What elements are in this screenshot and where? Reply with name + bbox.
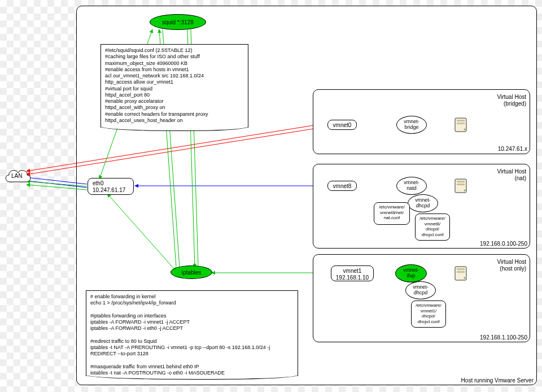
svg-point-27 (464, 190, 466, 191)
nat-server-icon (452, 177, 470, 195)
vmnet1-label-l2: 192.168.1.10 (335, 275, 370, 281)
nat-dhcpconf-note: /etc/vmware/ vmnet8/ dhcpd/ dhcpd.conf (415, 214, 450, 241)
nat-title: Virtual Host (nat) (495, 168, 526, 181)
vmnet-bridge-label: vmnet- bridge (404, 119, 419, 130)
lan-label: LAN (11, 173, 22, 180)
vmnet8-node: vmnet8 (327, 181, 357, 191)
squid-conf-note: #/etc/squid/squid.conf (2.5STABLE 12) #c… (100, 44, 248, 128)
vmnet-natd-node: vmnet- natd (396, 177, 427, 195)
svg-rect-26 (457, 184, 465, 185)
iptables-label: iptables (182, 269, 201, 276)
vmnet0-node: vmnet0 (327, 120, 357, 130)
squid-label: squid *:3128 (162, 19, 194, 25)
bridged-title-l2: (bridged) (495, 101, 526, 107)
diagram-stage: Host running Vmware Server LAN et (0, 0, 542, 392)
hostonly-server-icon (452, 264, 470, 282)
bridged-title-l1: Virtual Host (495, 94, 526, 101)
vmnet-ifup-node: vmnet- ifup (395, 264, 427, 282)
svg-rect-21 (457, 120, 465, 121)
svg-rect-30 (457, 271, 465, 273)
vmnet1-node: vmnet1 192.168.1.10 (331, 265, 374, 281)
eth0-ip: 10.247.61.17 (93, 187, 129, 194)
vmnet8-label: vmnet8 (333, 183, 352, 189)
nat-title-l1: Virtual Host (495, 168, 526, 175)
hostonly-title: Virtual Host (host only) (495, 259, 526, 272)
svg-point-23 (464, 129, 466, 130)
svg-rect-22 (457, 123, 465, 124)
squid-node: squid *:3128 (150, 14, 206, 30)
hostonly-dhcpconf-note: /etc/vmware/ vmnet1/ dhcpd/ dhcpd.conf (411, 300, 446, 328)
bridged-server-icon (452, 116, 470, 134)
nat-natconf-note: /etc/vmware/ vmnet8/net/ nat.conf (374, 202, 410, 225)
hostonly-dhcpd-label: vmnet- dhcpd (413, 285, 429, 296)
svg-point-31 (464, 277, 466, 279)
nat-dhcpd-label: vmnet- dhcpd (415, 198, 431, 209)
nat-title-l2: (nat) (495, 175, 526, 182)
iptables-conf-note: # enable forwarding in kernel echo 1 > /… (86, 290, 298, 376)
hostonly-title-l2: (host only) (495, 265, 526, 272)
vmnet-bridge-node: vmnet- bridge (396, 116, 427, 134)
iptables-node: iptables (171, 265, 212, 279)
hostonly-subnet: 192.168.1.100-250 (471, 334, 527, 341)
eth0-node: eth0 10.247.61.17 (88, 178, 134, 195)
hostonly-title-l1: Virtual Host (495, 259, 526, 265)
vmnet-natd-label: vmnet- natd (404, 180, 419, 191)
eth0-name: eth0 (93, 180, 129, 187)
vmnet0-label: vmnet0 (333, 122, 352, 128)
nat-dhcpd-node: vmnet- dhcpd (408, 194, 438, 212)
svg-rect-25 (457, 181, 465, 182)
hostonly-dhcpd-node: vmnet- dhcpd (405, 281, 436, 299)
vmnet-ifup-label: vmnet- ifup (403, 268, 419, 279)
main-frame-label: Host running Vmware Server (440, 377, 534, 384)
vmnet1-label-l1: vmnet1 (335, 268, 370, 275)
svg-rect-29 (457, 268, 465, 270)
bridged-title: Virtual Host (bridged) (495, 94, 526, 107)
bridged-subnet: 10.247.61.x (496, 146, 527, 153)
nat-subnet: 192.168.0.100-250 (471, 241, 527, 247)
